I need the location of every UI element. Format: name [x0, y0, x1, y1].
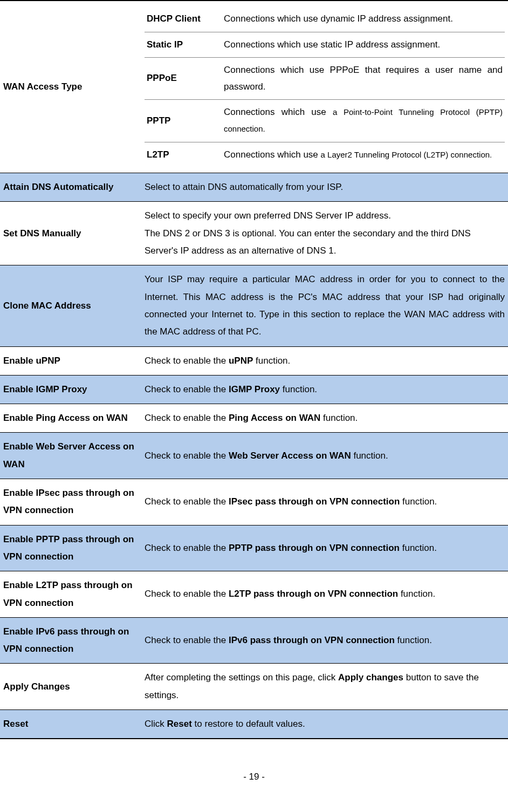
row-reset: Reset Click Reset to restore to default … [0, 709, 508, 739]
clone-mac-desc: Your ISP may require a particular MAC ad… [141, 265, 508, 346]
row-clone-mac: Clone MAC Address Your ISP may require a… [0, 265, 508, 346]
wan-dhcp-label: DHCP Client [145, 6, 222, 32]
wan-dhcp-desc: Connections which use dynamic IP address… [222, 6, 505, 32]
wan-static-label: Static IP [145, 32, 222, 58]
row-attain-dns: Attain DNS Automatically Select to attai… [0, 173, 508, 202]
set-dns-desc: Select to specify your own preferred DNS… [141, 202, 508, 265]
wan-pptp-desc: Connections which use a Point-to-Point T… [222, 100, 505, 142]
l2tp-pass-label: Enable L2TP pass through on VPN connecti… [0, 571, 141, 618]
wan-row-l2tp: L2TP Connections which use a Layer2 Tunn… [145, 142, 505, 167]
web-wan-label: Enable Web Server Access on WAN [0, 433, 141, 479]
wan-pppoe-label: PPPoE [145, 58, 222, 100]
ipv6-pass-desc: Check to enable the IPv6 pass through on… [141, 617, 508, 664]
reset-desc: Click Reset to restore to default values… [141, 709, 508, 739]
apply-desc: After completing the settings on this pa… [141, 664, 508, 710]
wan-access-subtable: DHCP Client Connections which use dynami… [145, 6, 505, 167]
l2tp-pass-desc: Check to enable the L2TP pass through on… [141, 571, 508, 618]
wan-static-desc: Connections which use static IP address … [222, 32, 505, 58]
clone-mac-label: Clone MAC Address [0, 265, 141, 346]
ping-wan-label: Enable Ping Access on WAN [0, 404, 141, 433]
attain-dns-desc: Select to attain DNS automatically from … [141, 173, 508, 202]
row-pptp-pass: Enable PPTP pass through on VPN connecti… [0, 525, 508, 571]
upnp-label: Enable uPNP [0, 346, 141, 375]
ipsec-label: Enable IPsec pass through on VPN connect… [0, 479, 141, 526]
ping-wan-desc: Check to enable the Ping Access on WAN f… [141, 404, 508, 433]
ipsec-desc: Check to enable the IPsec pass through o… [141, 479, 508, 526]
ipv6-pass-label: Enable IPv6 pass through on VPN connecti… [0, 617, 141, 664]
upnp-desc: Check to enable the uPNP function. [141, 346, 508, 375]
row-igmp: Enable IGMP Proxy Check to enable the IG… [0, 375, 508, 404]
wan-pptp-label: PPTP [145, 100, 222, 142]
row-ping-wan: Enable Ping Access on WAN Check to enabl… [0, 404, 508, 433]
settings-table: WAN Access Type DHCP Client Connections … [0, 0, 508, 739]
igmp-label: Enable IGMP Proxy [0, 375, 141, 404]
set-dns-label: Set DNS Manually [0, 202, 141, 265]
row-ipsec: Enable IPsec pass through on VPN connect… [0, 479, 508, 526]
apply-label: Apply Changes [0, 664, 141, 710]
igmp-desc: Check to enable the IGMP Proxy function. [141, 375, 508, 404]
wan-row-pppoe: PPPoE Connections which use PPPoE that r… [145, 58, 505, 100]
row-l2tp-pass: Enable L2TP pass through on VPN connecti… [0, 571, 508, 618]
page-number: - 19 - [0, 739, 508, 793]
reset-label: Reset [0, 709, 141, 739]
row-upnp: Enable uPNP Check to enable the uPNP fun… [0, 346, 508, 375]
wan-access-type-label: WAN Access Type [0, 1, 141, 173]
web-wan-desc: Check to enable the Web Server Access on… [141, 433, 508, 479]
wan-pppoe-desc: Connections which use PPPoE that require… [222, 58, 505, 100]
pptp-pass-desc: Check to enable the PPTP pass through on… [141, 525, 508, 571]
row-web-wan: Enable Web Server Access on WAN Check to… [0, 433, 508, 479]
row-ipv6-pass: Enable IPv6 pass through on VPN connecti… [0, 617, 508, 664]
row-wan-access-type: WAN Access Type DHCP Client Connections … [0, 1, 508, 173]
row-set-dns: Set DNS Manually Select to specify your … [0, 202, 508, 265]
pptp-pass-label: Enable PPTP pass through on VPN connecti… [0, 525, 141, 571]
wan-row-pptp: PPTP Connections which use a Point-to-Po… [145, 100, 505, 142]
attain-dns-label: Attain DNS Automatically [0, 173, 141, 202]
wan-l2tp-label: L2TP [145, 142, 222, 167]
wan-row-dhcp: DHCP Client Connections which use dynami… [145, 6, 505, 32]
wan-l2tp-desc: Connections which use a Layer2 Tunneling… [222, 142, 505, 167]
row-apply: Apply Changes After completing the setti… [0, 664, 508, 710]
wan-row-static: Static IP Connections which use static I… [145, 32, 505, 58]
